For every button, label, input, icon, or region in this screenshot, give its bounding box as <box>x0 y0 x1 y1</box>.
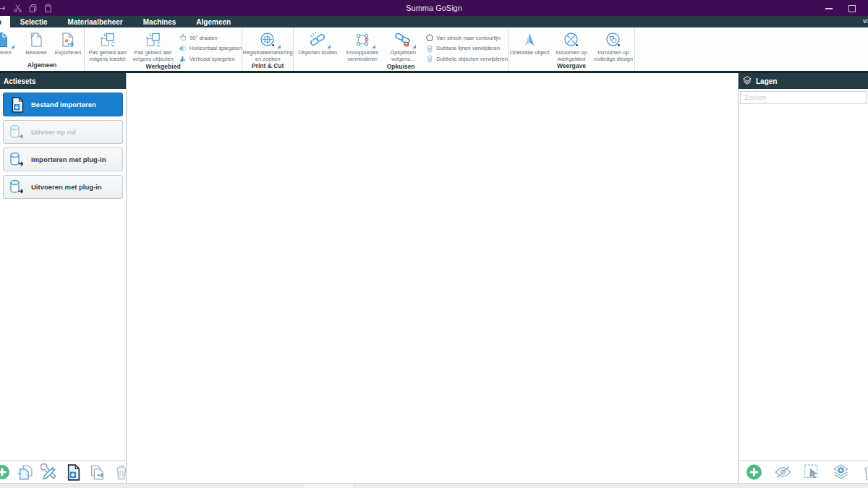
button-label: Oriëntatie object <box>510 50 550 56</box>
ribbon: Openen Bewaren Exporteren Algemeen Pas g… <box>0 27 868 73</box>
save-file-icon <box>27 30 46 49</box>
actiesets-header: Actiesets <box>0 73 126 89</box>
export-button[interactable]: Exporteren <box>52 29 84 56</box>
remove-duplicate-objects-icon <box>425 54 434 64</box>
redo-icon[interactable] <box>0 3 7 13</box>
fit-area-objects-icon <box>144 30 163 49</box>
design-canvas[interactable] <box>127 73 738 483</box>
export-actionset-icon[interactable] <box>88 463 106 481</box>
close-objects-icon <box>308 30 327 49</box>
delete-layer-icon[interactable] <box>861 463 868 481</box>
actionset-bestand-importeren[interactable]: Bestand importeren <box>3 93 123 116</box>
layers-list <box>739 106 868 461</box>
rotate-90-icon <box>178 33 187 43</box>
statusbar <box>0 483 868 488</box>
mirror-vertical-button[interactable]: Verticaal spiegelen <box>178 54 242 63</box>
zoom-workspace-button[interactable]: Inzoomen op werkgebied <box>550 29 592 62</box>
actiesets-toolbar <box>0 461 126 483</box>
tab-selectie[interactable]: Selectie <box>10 16 58 27</box>
object-orientation-button[interactable]: Oriëntatie object <box>509 29 550 56</box>
import-file-icon <box>9 95 26 114</box>
toggle-visibility-icon[interactable] <box>774 463 792 481</box>
remove-duplicate-lines-button[interactable]: Dubbele lijnen verwijderen <box>425 44 508 53</box>
ribbon-empty-space <box>635 27 868 71</box>
split-objects-button[interactable]: Opsplitsen volgens... <box>383 29 422 62</box>
save-button[interactable]: Bewaren <box>20 29 52 56</box>
button-label: Objecten sluiten <box>298 50 337 56</box>
actionset-label: Uitvoer op rol <box>31 128 76 136</box>
actionset-uitvoer-op-rol[interactable]: Uitvoer op rol <box>3 120 123 144</box>
tab-algemeen[interactable]: Algemeen <box>186 16 241 27</box>
zoom-full-design-icon <box>604 30 623 49</box>
cut-icon[interactable] <box>12 3 22 13</box>
roll-import-icon <box>9 150 26 169</box>
row-label: Verticaal spiegelen <box>190 56 235 62</box>
ribbon-group-weergave: Oriëntatie object Inzoomen op werkgebied… <box>509 27 635 71</box>
tab-machines[interactable]: Machines <box>133 16 187 27</box>
layers-search-input[interactable] <box>740 91 867 104</box>
actionset-label: Bestand importeren <box>31 100 96 108</box>
rotate-90-button[interactable]: 90° draaien <box>178 33 242 42</box>
button-label: Registratiemarkeringen zoeken <box>242 50 293 62</box>
mirror-vertical-icon <box>178 54 187 64</box>
tab-materiaalbeheer[interactable]: Materiaalbeheer <box>58 16 133 27</box>
ribbon-group-label: Algemeen <box>0 61 84 71</box>
open-file-icon <box>0 30 11 49</box>
ribbon-group-algemeen: Openen Bewaren Exporteren Algemeen <box>0 27 85 71</box>
object-orientation-icon <box>520 30 539 49</box>
zoom-full-design-button[interactable]: Inzoomen op volledige design <box>592 29 634 62</box>
row-label: Horizontaal spiegelen <box>190 45 242 51</box>
button-label: Pas gebied aan volgens toestel <box>85 50 130 62</box>
delete-actionset-icon[interactable] <box>112 463 126 481</box>
lagen-panel: Lagen <box>738 73 868 483</box>
add-layer-icon[interactable] <box>745 463 763 481</box>
minimize-icon[interactable] <box>825 4 833 12</box>
window-title: Summa GoSign <box>0 4 868 12</box>
actionset-label: Uitvoeren met plug-in <box>31 183 102 191</box>
ribbon-group-label: Weergave <box>509 62 634 72</box>
row-label: Van streek naar contourlijn <box>436 35 501 41</box>
actionset-uitvoeren-met-plugin[interactable]: Uitvoeren met plug-in <box>3 175 123 199</box>
quick-access-toolbar <box>0 3 53 13</box>
actionset-importeren-met-plugin[interactable]: Importeren met plug-in <box>3 147 123 171</box>
merge-layers-icon[interactable] <box>832 463 850 481</box>
mirror-horizontal-button[interactable]: Horizontaal spiegelen <box>178 44 242 53</box>
paste-icon[interactable] <box>43 3 53 13</box>
maximize-icon[interactable] <box>848 4 856 12</box>
fit-area-objects-button[interactable]: Pas gebied aan volgens objecten <box>130 29 176 62</box>
stroke-to-contour-button[interactable]: Van streek naar contourlijn <box>425 33 508 42</box>
roll-output-icon <box>9 123 26 142</box>
lagen-header: Lagen <box>739 73 868 89</box>
registration-marks-button[interactable]: Registratiemarkeringen zoeken <box>242 29 293 62</box>
select-layer-objects-icon[interactable] <box>803 463 821 481</box>
copy-icon[interactable] <box>27 3 38 13</box>
add-actionset-icon[interactable] <box>0 463 11 481</box>
open-button[interactable]: Openen <box>0 29 20 56</box>
tab-job[interactable]: Job <box>0 16 10 27</box>
row-label: Dubbele objecten verwijderen <box>436 56 508 62</box>
remove-duplicate-lines-icon <box>425 43 434 53</box>
lagen-title: Lagen <box>756 77 777 85</box>
button-label: Bewaren <box>25 50 47 56</box>
duplicate-actionset-icon[interactable] <box>17 463 35 481</box>
ribbon-group-label: Werkgebied <box>85 63 242 72</box>
import-actionset-icon[interactable] <box>64 463 82 481</box>
ribbon-group-label: Opkuisen <box>294 63 508 72</box>
ribbon-group-werkgebied: Pas gebied aan volgens toestel Pas gebie… <box>85 27 242 71</box>
fit-area-device-button[interactable]: Pas gebied aan volgens toestel <box>85 29 130 62</box>
export-file-icon <box>59 30 77 49</box>
remove-duplicate-objects-button[interactable]: Dubbele objecten verwijderen <box>425 54 508 63</box>
actiesets-panel: Actiesets Bestand importeren Uitvoer op … <box>0 73 127 483</box>
button-label: Knooppunten verminderen <box>341 50 383 62</box>
close-objects-button[interactable]: Objecten sluiten <box>294 29 341 56</box>
actionset-label: Importeren met plug-in <box>31 155 106 163</box>
reduce-nodes-button[interactable]: Knooppunten verminderen <box>341 29 383 62</box>
ribbon-tabbar: Job Selectie Materiaalbeheer Machines Al… <box>0 16 868 27</box>
button-label: Opsplitsen volgens... <box>383 50 422 62</box>
button-label: Openen <box>0 50 11 56</box>
split-objects-icon <box>393 30 412 49</box>
edit-actionset-icon[interactable] <box>41 463 59 481</box>
zoom-workspace-icon <box>562 30 581 49</box>
actiesets-title: Actiesets <box>4 77 35 85</box>
button-label: Exporteren <box>55 50 82 56</box>
